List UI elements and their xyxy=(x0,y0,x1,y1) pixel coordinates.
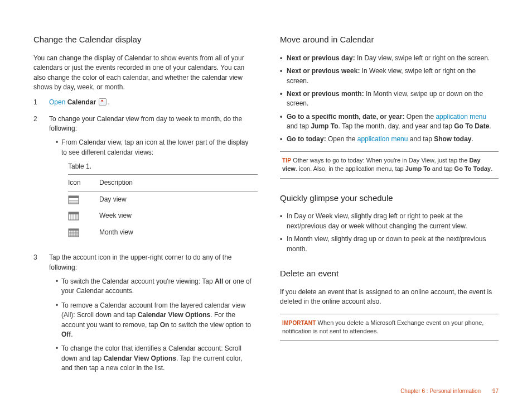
svg-rect-1 xyxy=(69,196,79,198)
list-item: Next or previous week: In Week view, swi… xyxy=(280,66,499,86)
move-list: Next or previous day: In Day view, swipe… xyxy=(280,54,499,145)
table-row: Day view xyxy=(68,191,258,208)
page-footer: Chapter 6 : Personal information 97 xyxy=(400,387,499,396)
delete-paragraph: If you delete an event that is assigned … xyxy=(280,288,499,307)
day-view-icon xyxy=(68,195,79,204)
row-day-desc: Day view xyxy=(99,191,258,208)
step3-text: Tap the account icon in the upper-right … xyxy=(49,253,232,271)
important-label: IMPORTANT xyxy=(282,320,316,326)
row-week-desc: Week view xyxy=(99,208,258,224)
calendar-word: Calendar xyxy=(67,98,96,106)
heading-change-display: Change the Calendar display xyxy=(33,33,252,46)
list-item: To change the color that identifies a Ca… xyxy=(56,344,252,373)
heading-move-around: Move around in Calendar xyxy=(280,33,499,46)
right-column: Move around in Calendar Next or previous… xyxy=(280,33,499,385)
tip-callout: TIP Other ways to go to today: When you'… xyxy=(280,151,499,179)
list-item: To switch the Calendar account you're vi… xyxy=(56,277,252,296)
step2-text: To change your Calendar view from day to… xyxy=(49,115,242,132)
steps-list: 1 Open Calendar . 2 To change your Calen… xyxy=(33,98,252,377)
left-column: Change the Calendar display You can chan… xyxy=(33,33,252,385)
table-caption: Table 1. xyxy=(68,162,252,171)
list-item: Go to a specific month, date, or year: O… xyxy=(280,112,499,132)
table-row: Week view xyxy=(68,208,258,224)
page-number: 97 xyxy=(492,388,499,394)
list-item: In Day or Week view, slightly drag left … xyxy=(280,212,499,231)
month-view-icon xyxy=(68,228,79,237)
list-item: Next or previous day: In Day view, swipe… xyxy=(280,54,499,63)
th-description: Description xyxy=(99,174,258,191)
th-icon: Icon xyxy=(68,174,99,191)
icon-table: Icon Description xyxy=(68,174,258,241)
step-number: 3 xyxy=(33,253,39,377)
svg-rect-5 xyxy=(69,212,79,214)
intro-paragraph: You can change the display of Calendar t… xyxy=(33,54,252,93)
list-item: To remove a Calendar account from the la… xyxy=(56,301,252,340)
step2-bullet: From Calendar view, tap an icon at the l… xyxy=(56,138,252,241)
open-link[interactable]: Open xyxy=(49,98,65,106)
heading-delete: Delete an event xyxy=(280,267,499,280)
application-menu-link[interactable]: application menu xyxy=(357,135,408,143)
list-item: In Month view, slightly drag up or down … xyxy=(280,234,499,254)
chapter-label: Chapter 6 : Personal information xyxy=(400,388,481,394)
tip-label: TIP xyxy=(282,157,291,164)
step-number: 1 xyxy=(33,98,39,107)
heading-glimpse: Quickly glimpse your schedule xyxy=(280,192,499,204)
step-number: 2 xyxy=(33,114,39,247)
week-view-icon xyxy=(68,212,79,221)
row-month-desc: Month view xyxy=(99,224,258,241)
application-menu-link[interactable]: application menu xyxy=(436,113,486,121)
calendar-icon xyxy=(99,98,107,106)
important-callout: IMPORTANT When you delete a Microsoft Ex… xyxy=(280,314,499,341)
svg-rect-11 xyxy=(69,229,79,231)
glimpse-list: In Day or Week view, slightly drag left … xyxy=(280,212,499,254)
list-item: Next or previous month: In Month view, s… xyxy=(280,89,499,109)
list-item: Go to today: Open the application menu a… xyxy=(280,135,499,144)
table-row: Month view xyxy=(68,224,258,241)
